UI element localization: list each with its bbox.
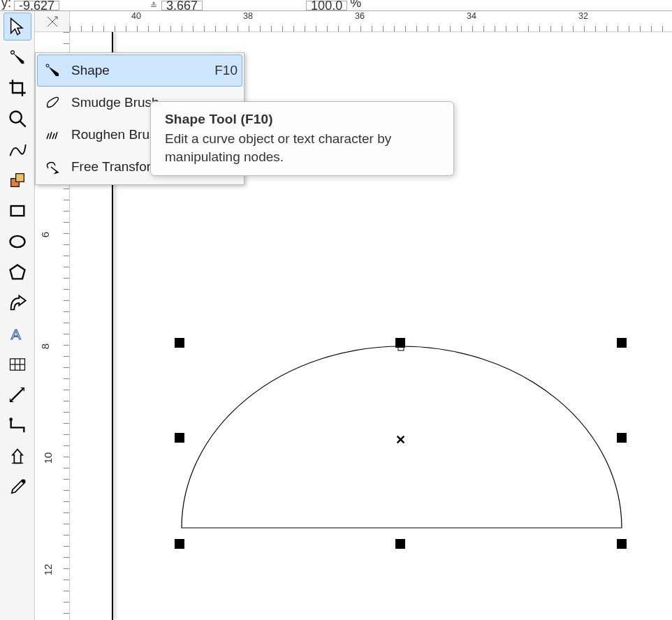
stepper-icon[interactable]: ≛ xyxy=(149,1,159,10)
selection-handle[interactable] xyxy=(175,539,184,549)
selection-handle[interactable] xyxy=(617,433,627,443)
eyedropper-tool[interactable] xyxy=(3,473,31,501)
zoom-field[interactable]: 100.0 xyxy=(306,1,347,10)
smudge-brush-icon xyxy=(42,94,63,111)
y-field[interactable]: -9.627 xyxy=(14,1,59,10)
width-field[interactable]: 3.667 xyxy=(161,1,203,10)
flyout-shortcut: F10 xyxy=(214,63,238,78)
rectangle-tool[interactable] xyxy=(3,197,31,225)
tooltip-title: Shape Tool (F10) xyxy=(165,112,439,127)
tooltip: Shape Tool (F10) Edit a curve object or … xyxy=(150,101,454,176)
svg-rect-4 xyxy=(15,174,24,182)
shape-tool-icon xyxy=(42,62,63,79)
svg-rect-5 xyxy=(10,206,24,216)
svg-point-14 xyxy=(9,418,13,421)
flyout-item-shape[interactable]: Shape F10 xyxy=(37,54,242,87)
svg-line-13 xyxy=(10,388,24,402)
polygon-tool[interactable] xyxy=(3,258,31,286)
smart-fill-tool[interactable] xyxy=(3,166,31,194)
crop-tool[interactable] xyxy=(3,74,31,102)
pick-tool[interactable] xyxy=(3,13,31,40)
connector-tool[interactable] xyxy=(3,412,31,440)
freehand-tool[interactable] xyxy=(3,135,31,163)
zoom-unit: % xyxy=(350,0,361,10)
free-transform-icon xyxy=(42,158,63,175)
roughen-brush-icon xyxy=(42,126,63,143)
flyout-label: Shape xyxy=(71,63,206,78)
zoom-tool[interactable] xyxy=(3,105,31,133)
selection-handle[interactable] xyxy=(395,338,405,348)
svg-point-16 xyxy=(22,480,25,483)
dimension-tool[interactable] xyxy=(3,381,31,409)
ruler-origin[interactable] xyxy=(35,11,70,32)
svg-point-1 xyxy=(10,112,21,123)
svg-text:A: A xyxy=(10,326,20,342)
selection-handle[interactable] xyxy=(395,539,405,549)
ruler-horizontal[interactable]: 40 38 36 34 32 30 xyxy=(70,11,672,32)
selection-center-icon[interactable]: ✕ xyxy=(395,432,406,448)
shape-tool[interactable] xyxy=(3,43,31,71)
selection-handle[interactable] xyxy=(175,338,184,348)
y-label: y: xyxy=(1,0,11,10)
svg-point-6 xyxy=(10,236,24,247)
text-tool[interactable]: A xyxy=(3,320,31,348)
table-tool[interactable] xyxy=(3,350,31,378)
property-bar: y: -9.627 ≛ 3.667 100.0 % xyxy=(0,0,672,11)
svg-line-2 xyxy=(20,121,25,127)
selection-handle[interactable] xyxy=(617,338,627,348)
ellipse-tool[interactable] xyxy=(3,228,31,256)
basic-shapes-tool[interactable] xyxy=(3,289,31,317)
selection-handle[interactable] xyxy=(617,539,627,549)
selection-handle[interactable] xyxy=(175,433,184,443)
interactive-tool[interactable] xyxy=(3,443,31,471)
tooltip-body: Edit a curve object or text character by… xyxy=(165,130,439,165)
svg-marker-7 xyxy=(10,265,24,279)
toolbox: A xyxy=(0,11,35,620)
